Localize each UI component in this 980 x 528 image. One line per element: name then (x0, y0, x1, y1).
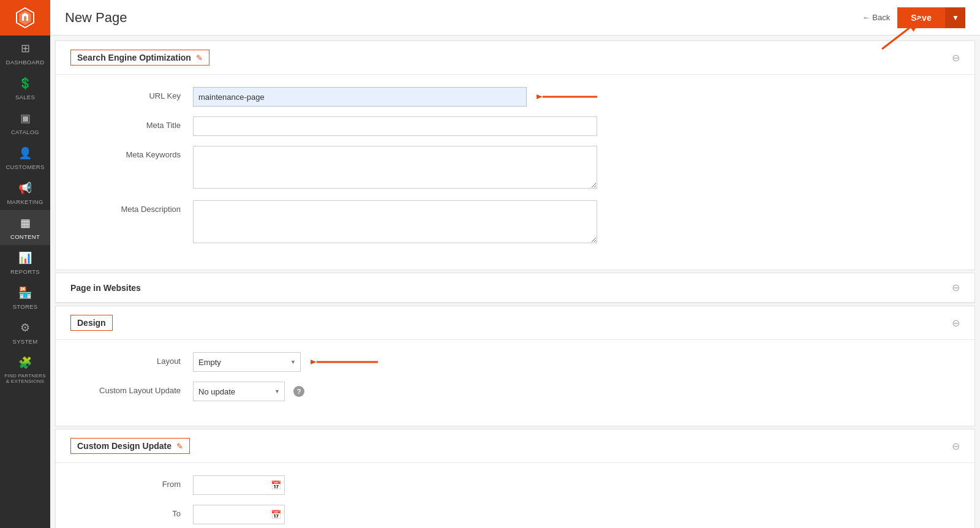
to-control: 📅 (193, 505, 597, 524)
from-control: 📅 (193, 475, 597, 495)
from-date-wrapper: 📅 (193, 475, 285, 495)
from-row: From 📅 (70, 475, 960, 495)
to-row: To 📅 (70, 505, 960, 524)
seo-title-box: Search Engine Optimization ✎ (70, 50, 209, 66)
meta-keywords-control (193, 146, 597, 190)
meta-title-input[interactable] (193, 116, 597, 136)
seo-section: Search Engine Optimization ✎ ⊖ URL Key (55, 40, 975, 270)
sidebar-item-system[interactable]: ⚙ SYSTEM (0, 315, 50, 350)
sidebar-item-partners[interactable]: 🧩 FIND PARTNERS & EXTENSIONS (0, 350, 50, 389)
websites-section: Page in Websites ⊖ (55, 273, 975, 303)
sidebar-item-label: SYSTEM (13, 338, 38, 345)
url-key-row: URL Key (70, 87, 960, 107)
custom-layout-control: No update ? (193, 382, 597, 401)
meta-description-control (193, 200, 597, 245)
page-title: New Page (65, 10, 127, 26)
seo-section-body: URL Key (56, 75, 974, 270)
sidebar-item-label: MARKETING (7, 198, 43, 205)
topbar: New Page ← Back Save ▼ (50, 0, 980, 36)
sidebar-item-label: DASHBOARD (6, 59, 45, 66)
sidebar-item-catalog[interactable]: ▣ CATALOG (0, 105, 50, 140)
custom-design-section-header[interactable]: Custom Design Update ✎ ⊖ (56, 429, 974, 463)
layout-select[interactable]: Empty 1 column 2 columns with left bar 2… (193, 352, 301, 372)
sidebar-item-stores[interactable]: 🏪 STORES (0, 280, 50, 315)
design-section: Design ⊖ Layout Empty 1 column 2 columns… (55, 306, 975, 426)
meta-keywords-row: Meta Keywords (70, 146, 960, 190)
seo-section-header[interactable]: Search Engine Optimization ✎ ⊖ (56, 41, 974, 75)
sales-icon: 💲 (18, 77, 32, 90)
sidebar-item-label: STORES (13, 303, 38, 310)
sidebar-item-label: REPORTS (10, 268, 40, 275)
save-button-group: Save ▼ (897, 7, 965, 28)
custom-design-title-box: Custom Design Update ✎ (70, 438, 190, 454)
meta-keywords-label: Meta Keywords (70, 146, 193, 159)
dashboard-icon: ⊞ (21, 42, 30, 55)
sidebar-logo[interactable] (0, 0, 50, 36)
custom-layout-label: Custom Layout Update (70, 382, 193, 395)
design-collapse-icon[interactable]: ⊖ (952, 317, 960, 329)
sidebar-item-label: CONTENT (10, 233, 40, 240)
layout-control: Empty 1 column 2 columns with left bar 2… (193, 352, 597, 372)
to-label: To (70, 505, 193, 518)
meta-title-row: Meta Title (70, 116, 960, 136)
custom-design-collapse-icon[interactable]: ⊖ (952, 440, 960, 452)
sidebar-item-marketing[interactable]: 📢 MARKETING (0, 175, 50, 210)
save-dropdown-button[interactable]: ▼ (945, 7, 965, 28)
seo-collapse-icon[interactable]: ⊖ (952, 52, 960, 64)
to-calendar-icon[interactable]: 📅 (271, 510, 281, 519)
sidebar-item-dashboard[interactable]: ⊞ DASHBOARD (0, 36, 50, 70)
sidebar-item-label: FIND PARTNERS & EXTENSIONS (3, 373, 47, 384)
layout-arrow (311, 355, 384, 369)
websites-section-title: Page in Websites (70, 283, 141, 293)
meta-title-control (193, 116, 597, 136)
from-label: From (70, 475, 193, 489)
url-key-arrow (537, 89, 597, 104)
meta-description-row: Meta Description (70, 200, 960, 245)
help-icon[interactable]: ? (293, 386, 304, 397)
save-button[interactable]: Save (897, 7, 945, 28)
sidebar-item-label: SALES (15, 94, 35, 100)
main-content: New Page ← Back Save ▼ (50, 0, 980, 528)
meta-keywords-input[interactable] (193, 146, 597, 189)
back-link[interactable]: ← Back (862, 13, 891, 22)
seo-section-title: Search Engine Optimization (77, 53, 191, 62)
customers-icon: 👤 (18, 146, 32, 160)
sidebar-item-reports[interactable]: 📊 REPORTS (0, 245, 50, 280)
seo-edit-icon[interactable]: ✎ (196, 53, 203, 62)
url-key-input[interactable] (193, 87, 527, 107)
from-calendar-icon[interactable]: 📅 (271, 480, 281, 490)
sidebar-item-content[interactable]: ▦ CONTENT (0, 210, 50, 245)
sidebar-item-label: CUSTOMERS (6, 164, 44, 170)
chevron-down-icon: ▼ (952, 13, 959, 22)
meta-description-label: Meta Description (70, 200, 193, 214)
layout-row: Layout Empty 1 column 2 columns with lef… (70, 352, 960, 372)
custom-design-section-title: Custom Design Update (77, 441, 172, 451)
sidebar: ⊞ DASHBOARD 💲 SALES ▣ CATALOG 👤 CUSTOMER… (0, 0, 50, 528)
design-section-title: Design (77, 318, 106, 328)
websites-section-header[interactable]: Page in Websites ⊖ (56, 273, 974, 303)
stores-icon: 🏪 (18, 286, 32, 300)
design-section-header[interactable]: Design ⊖ (56, 306, 974, 340)
websites-collapse-icon[interactable]: ⊖ (952, 282, 960, 293)
content-area: Search Engine Optimization ✎ ⊖ URL Key (50, 36, 980, 528)
topbar-actions: ← Back Save ▼ (862, 7, 965, 28)
custom-layout-select-wrapper: No update (193, 382, 285, 401)
meta-description-input[interactable] (193, 200, 597, 243)
custom-layout-select[interactable]: No update (193, 382, 285, 401)
sidebar-item-customers[interactable]: 👤 CUSTOMERS (0, 140, 50, 175)
to-date-wrapper: 📅 (193, 505, 285, 524)
url-key-label: URL Key (70, 87, 193, 100)
custom-design-edit-icon[interactable]: ✎ (176, 442, 183, 451)
content-icon: ▦ (20, 216, 31, 230)
custom-design-section-body: From 📅 To 📅 (56, 463, 974, 528)
reports-icon: 📊 (18, 251, 32, 265)
partners-icon: 🧩 (18, 356, 32, 369)
custom-layout-row: Custom Layout Update No update ? (70, 382, 960, 401)
catalog-icon: ▣ (20, 111, 31, 125)
sidebar-item-sales[interactable]: 💲 SALES (0, 70, 50, 105)
layout-label: Layout (70, 352, 193, 366)
marketing-icon: 📢 (18, 181, 32, 195)
design-section-body: Layout Empty 1 column 2 columns with lef… (56, 340, 974, 426)
system-icon: ⚙ (20, 321, 30, 334)
custom-design-section: Custom Design Update ✎ ⊖ From 📅 (55, 429, 975, 528)
